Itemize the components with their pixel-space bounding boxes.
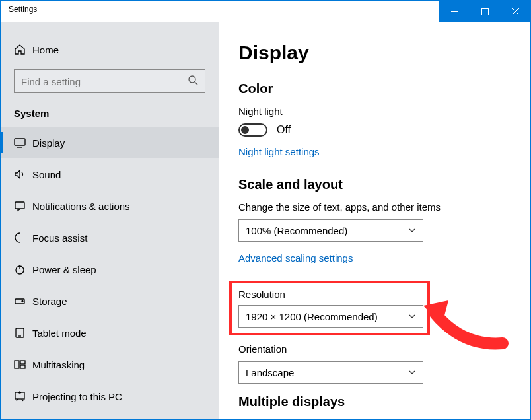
nav-label: Focus assist bbox=[32, 232, 87, 244]
resolution-highlight: Resolution 1920 × 1200 (Recommended) bbox=[229, 281, 430, 335]
projecting-icon bbox=[14, 390, 32, 402]
dropdown-value: Landscape bbox=[246, 367, 294, 378]
maximize-button[interactable] bbox=[470, 1, 500, 22]
nav-label: Multitasking bbox=[32, 359, 85, 370]
svg-rect-6 bbox=[15, 139, 25, 145]
dropdown-value: 100% (Recommended) bbox=[246, 225, 347, 236]
sidebar-item-display[interactable]: Display bbox=[1, 127, 219, 158]
svg-rect-15 bbox=[15, 361, 19, 368]
sidebar-item-storage[interactable]: Storage bbox=[1, 285, 219, 317]
minimize-button[interactable] bbox=[439, 1, 470, 22]
svg-rect-17 bbox=[20, 365, 25, 368]
power-icon bbox=[14, 263, 32, 275]
nav-label: Display bbox=[32, 137, 65, 149]
sound-icon bbox=[14, 168, 32, 180]
tablet-icon bbox=[14, 327, 32, 339]
window-title: Settings bbox=[1, 1, 439, 22]
sidebar-item-tablet-mode[interactable]: Tablet mode bbox=[1, 317, 219, 349]
svg-rect-8 bbox=[15, 202, 24, 209]
orientation-label: Orientation bbox=[238, 343, 511, 355]
titlebar: Settings bbox=[1, 1, 530, 22]
sidebar-item-projecting[interactable]: Projecting to this PC bbox=[1, 380, 219, 412]
search-icon bbox=[188, 75, 198, 88]
sidebar: Home System Display Sound bbox=[1, 22, 219, 419]
focus-assist-icon bbox=[14, 232, 32, 244]
svg-rect-1 bbox=[481, 8, 488, 15]
notifications-icon bbox=[14, 200, 32, 212]
text-size-dropdown[interactable]: 100% (Recommended) bbox=[238, 219, 423, 242]
search-field[interactable] bbox=[21, 76, 188, 87]
svg-line-5 bbox=[195, 82, 197, 85]
chevron-down-icon bbox=[408, 225, 416, 236]
home-nav[interactable]: Home bbox=[1, 34, 219, 65]
nav-label: Sound bbox=[32, 169, 61, 180]
sidebar-item-sound[interactable]: Sound bbox=[1, 158, 219, 190]
svg-point-4 bbox=[189, 76, 195, 83]
resolution-label: Resolution bbox=[238, 289, 421, 300]
sidebar-item-multitasking[interactable]: Multitasking bbox=[1, 349, 219, 380]
page-title: Display bbox=[238, 42, 511, 64]
chevron-down-icon bbox=[408, 367, 416, 378]
content-pane: Display Color Night light Off Night ligh… bbox=[219, 22, 530, 419]
advanced-scaling-link[interactable]: Advanced scaling settings bbox=[238, 252, 353, 263]
home-label: Home bbox=[32, 44, 59, 55]
multitasking-icon bbox=[14, 359, 32, 370]
sidebar-item-focus-assist[interactable]: Focus assist bbox=[1, 222, 219, 254]
orientation-dropdown[interactable]: Landscape bbox=[238, 361, 423, 384]
settings-window: Settings Home bbox=[0, 0, 531, 420]
display-icon bbox=[14, 137, 32, 149]
home-icon bbox=[14, 44, 32, 55]
chevron-down-icon bbox=[408, 311, 416, 322]
section-scale-heading: Scale and layout bbox=[238, 177, 511, 192]
nav-label: Projecting to this PC bbox=[32, 391, 122, 402]
section-multiple-heading: Multiple displays bbox=[238, 394, 511, 409]
storage-icon bbox=[14, 295, 32, 307]
svg-point-12 bbox=[22, 301, 23, 302]
sidebar-item-notifications[interactable]: Notifications & actions bbox=[1, 190, 219, 222]
nav-label: Storage bbox=[32, 296, 67, 307]
svg-rect-16 bbox=[20, 361, 25, 364]
nav-label: Notifications & actions bbox=[32, 201, 130, 212]
night-light-state: Off bbox=[277, 124, 291, 136]
night-light-settings-link[interactable]: Night light settings bbox=[238, 146, 320, 157]
night-light-label: Night light bbox=[238, 106, 511, 117]
window-controls bbox=[439, 1, 530, 22]
night-light-toggle[interactable] bbox=[238, 123, 267, 137]
dropdown-value: 1920 × 1200 (Recommended) bbox=[246, 311, 378, 322]
nav-label: Power & sleep bbox=[32, 264, 96, 275]
resolution-dropdown[interactable]: 1920 × 1200 (Recommended) bbox=[238, 305, 423, 328]
text-size-label: Change the size of text, apps, and other… bbox=[238, 201, 511, 213]
nav-label: Tablet mode bbox=[32, 328, 87, 339]
sidebar-item-power-sleep[interactable]: Power & sleep bbox=[1, 254, 219, 285]
search-input[interactable] bbox=[14, 69, 205, 93]
sidebar-section-heading: System bbox=[1, 102, 219, 127]
close-button[interactable] bbox=[500, 1, 530, 22]
section-color-heading: Color bbox=[238, 81, 511, 96]
